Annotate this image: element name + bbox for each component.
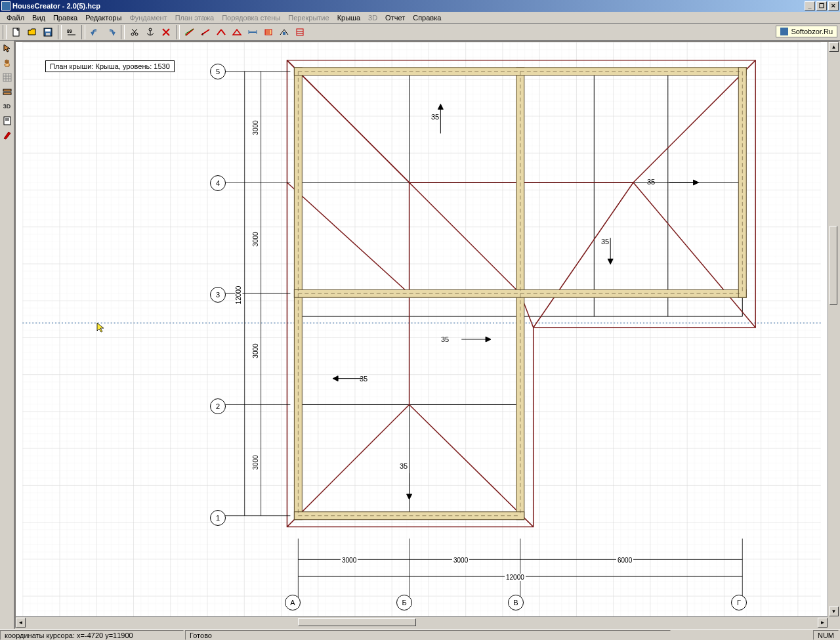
roof-plan-svg xyxy=(16,42,828,616)
badge-icon xyxy=(780,28,788,35)
scroll-down-button[interactable]: ▼ xyxy=(829,607,839,616)
slope-bottom: 35 xyxy=(400,462,408,470)
title-bar: HouseCreator - 2.0(5).hcp _ ❐ ✕ xyxy=(0,0,840,12)
svg-line-16 xyxy=(217,30,221,35)
cut-icon[interactable] xyxy=(127,25,142,39)
svg-rect-37 xyxy=(4,117,10,125)
3d-view-button[interactable]: 3D xyxy=(1,100,14,113)
dim-h-3: 6000 xyxy=(616,557,633,564)
scroll-corner xyxy=(828,616,839,628)
svg-rect-3 xyxy=(46,33,50,35)
dim-v-1: 3000 xyxy=(252,119,259,136)
open-file-icon[interactable] xyxy=(25,25,39,39)
menu-roof[interactable]: Крыша xyxy=(333,12,364,23)
svg-text:89: 89 xyxy=(67,29,72,33)
svg-rect-41 xyxy=(22,42,820,616)
horizontal-scrollbar[interactable]: ◄ ► xyxy=(16,616,828,628)
save-file-icon[interactable] xyxy=(41,25,55,39)
status-coords: координаты курсора: x=-4720 y=11900 xyxy=(0,630,184,640)
slope-top: 35 xyxy=(431,113,439,121)
cursor-pointer-icon xyxy=(96,322,108,333)
anchor-icon[interactable] xyxy=(143,25,158,39)
vertical-scrollbar[interactable]: ▲ ▼ xyxy=(828,42,839,616)
svg-point-10 xyxy=(149,28,152,31)
wall-tool-icon[interactable] xyxy=(1,85,14,98)
svg-rect-27 xyxy=(297,29,303,35)
app-icon xyxy=(1,1,10,11)
menu-bar: Файл Вид Правка Редакторы Фундамент План… xyxy=(0,12,840,24)
hand-tool-icon[interactable] xyxy=(1,56,14,70)
drawing-area-frame: План крыши: Крыша, уровень: 1530 5 4 3 2… xyxy=(14,41,840,629)
dim-v-4: 3000 xyxy=(252,454,259,471)
undo-icon[interactable] xyxy=(88,25,102,39)
roof-beam-icon[interactable] xyxy=(198,25,213,39)
dim-h-1: 3000 xyxy=(341,557,358,564)
marker-tool-icon[interactable] xyxy=(1,129,14,142)
scroll-v-thumb[interactable] xyxy=(830,226,837,305)
svg-line-17 xyxy=(221,30,225,35)
menu-view[interactable]: Вид xyxy=(28,12,49,23)
maximize-button[interactable]: ❐ xyxy=(816,1,827,11)
scroll-up-button[interactable]: ▲ xyxy=(829,42,839,52)
roof-measure-icon[interactable] xyxy=(245,25,260,39)
minimize-button[interactable]: _ xyxy=(805,1,815,11)
axis-col-g: Г xyxy=(731,595,747,610)
svg-rect-2 xyxy=(45,29,51,32)
axis-row-5: 5 xyxy=(210,64,226,79)
dim-v-3: 3000 xyxy=(252,342,259,359)
side-toolbar: 3D xyxy=(0,41,14,629)
status-num: NUM xyxy=(813,630,839,640)
main-toolbar: 89 Softobzor.Ru xyxy=(0,24,840,41)
plan-title-box: План крыши: Крыша, уровень: 1530 xyxy=(45,60,175,72)
menu-edit[interactable]: Правка xyxy=(49,12,81,23)
menu-editors[interactable]: Редакторы xyxy=(81,12,125,23)
roof-hatch-icon[interactable] xyxy=(293,25,307,39)
page-tool-icon[interactable] xyxy=(1,114,14,127)
svg-rect-35 xyxy=(3,89,11,91)
new-file-icon[interactable] xyxy=(9,25,24,39)
grid-tool-icon[interactable] xyxy=(1,71,14,84)
slope-mid-right: 35 xyxy=(441,335,449,343)
roof-ridge-icon[interactable] xyxy=(214,25,228,39)
menu-foundation: Фундамент xyxy=(125,12,171,23)
roof-area-icon[interactable] xyxy=(261,25,276,39)
menu-help[interactable]: Справка xyxy=(409,12,445,23)
svg-rect-26 xyxy=(283,32,285,35)
plan-title-label: План крыши: Крыша, уровень: 1530 xyxy=(50,62,170,70)
menu-floorplan: План этажа xyxy=(171,12,218,23)
menu-file[interactable]: Файл xyxy=(3,12,28,23)
slope-mid-left: 35 xyxy=(360,375,368,383)
slope-rightwing-down: 35 xyxy=(601,238,609,245)
axis-col-v: В xyxy=(508,595,524,610)
svg-rect-30 xyxy=(3,74,11,81)
menu-wallorder: Порядовка стены xyxy=(218,12,284,23)
axis-col-b: Б xyxy=(396,595,412,610)
scroll-right-button[interactable]: ► xyxy=(818,618,828,628)
dim-h-total: 12000 xyxy=(505,574,526,581)
roof-settings-icon[interactable] xyxy=(277,25,291,39)
select-tool-icon[interactable] xyxy=(1,42,14,55)
axis-row-2: 2 xyxy=(210,398,226,414)
drawing-canvas[interactable]: План крыши: Крыша, уровень: 1530 5 4 3 2… xyxy=(16,42,828,616)
roof-panel-icon[interactable] xyxy=(182,25,197,39)
slope-right: 35 xyxy=(647,178,655,186)
dim-h-2: 3000 xyxy=(452,557,469,564)
roof-hip-icon[interactable] xyxy=(230,25,244,39)
axis-row-4: 4 xyxy=(210,175,226,191)
softobzor-badge[interactable]: Softobzor.Ru xyxy=(776,26,837,37)
dim-v-total: 12000 xyxy=(235,285,242,306)
menu-3d: 3D xyxy=(364,12,381,23)
menu-ceiling: Перекрытие xyxy=(284,12,333,23)
close-button[interactable]: ✕ xyxy=(828,1,839,11)
delete-icon[interactable] xyxy=(159,25,173,39)
axis-row-3: 3 xyxy=(210,287,226,303)
scroll-left-button[interactable]: ◄ xyxy=(16,618,26,628)
window-title: HouseCreator - 2.0(5).hcp xyxy=(12,2,100,10)
axis-row-1: 1 xyxy=(210,510,226,526)
dimension-89-icon[interactable]: 89 xyxy=(64,25,79,39)
redo-icon[interactable] xyxy=(104,25,118,39)
menu-report[interactable]: Отчет xyxy=(381,12,409,23)
badge-label: Softobzor.Ru xyxy=(791,28,833,35)
status-ready: Готово xyxy=(185,630,671,640)
scroll-h-thumb[interactable] xyxy=(298,618,416,626)
